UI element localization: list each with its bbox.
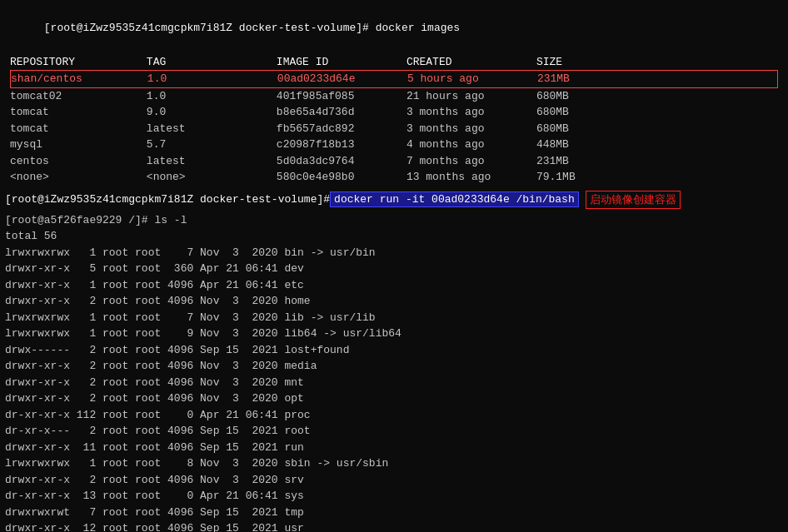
ls-row: lrwxrwxrwx 1 root root 9 Nov 3 2020 lib6… — [5, 326, 783, 342]
ls-row: drwxr-xr-x 2 root root 4096 Nov 3 2020 s… — [5, 472, 783, 489]
prompt-line-3: [root@a5f26fae9229 /]# ls -l — [5, 212, 783, 229]
table-row: tomcat 9.0 b8e65a4d736d 3 months ago 680… — [10, 104, 778, 121]
ls-row: drwxr-xr-x 1 root root 4096 Apr 21 06:41… — [5, 277, 783, 294]
ls-row: drwxr-xr-x 12 root root 4096 Sep 15 2021… — [5, 520, 783, 532]
prompt-line-1: [root@iZwz9535z41cmgcpkm7i81Z docker-tes… — [5, 3, 783, 52]
table-row: centos latest 5d0da3dc9764 7 months ago … — [10, 153, 778, 170]
ls-row: drwxr-xr-x 2 root root 4096 Nov 3 2020 o… — [5, 390, 783, 407]
ls-row: drwx------ 2 root root 4096 Sep 15 2021 … — [5, 342, 783, 359]
ls-row: lrwxrwxrwx 1 root root 7 Nov 3 2020 bin … — [5, 245, 783, 261]
docker-images-section: [root@iZwz9535z41cmgcpkm7i81Z docker-tes… — [0, 0, 788, 189]
table-row: shan/centos 1.0 00ad0233d64e 5 hours ago… — [10, 70, 778, 88]
table-row: mysql 5.7 c20987f18b13 4 months ago 448M… — [10, 137, 778, 153]
table-rows: shan/centos 1.0 00ad0233d64e 5 hours ago… — [10, 70, 778, 186]
terminal-window: [root@iZwz9535z41cmgcpkm7i81Z docker-tes… — [0, 0, 788, 532]
table-row: <none> <none> 580c0e4e98b0 13 months ago… — [10, 169, 778, 186]
ls-output-section: [root@a5f26fae9229 /]# ls -l total 56 lr… — [0, 211, 788, 533]
annotation-create-container: 启动镜像创建容器 — [586, 191, 681, 209]
ls-total: total 56 — [5, 228, 783, 245]
docker-run-cmd: docker run -it 00ad0233d64e /bin/bash — [330, 191, 579, 207]
ls-row: drwxr-xr-x 2 root root 4096 Nov 3 2020 h… — [5, 293, 783, 310]
prompt-text-1: [root@iZwz9535z41cmgcpkm7i81Z docker-tes… — [44, 22, 460, 34]
ls-row: drwxr-xr-x 2 root root 4096 Nov 3 2020 m… — [5, 375, 783, 391]
table-row: tomcat02 1.0 401f985af085 21 hours ago 6… — [10, 88, 778, 105]
ls-row: dr-xr-xr-x 13 root root 0 Apr 21 06:41 s… — [5, 488, 783, 505]
image-table: REPOSITORY TAG IMAGE ID CREATED SIZE sha… — [5, 52, 783, 187]
ls-row: drwxr-xr-x 2 root root 4096 Nov 3 2020 m… — [5, 358, 783, 375]
ls-rows: lrwxrwxrwx 1 root root 7 Nov 3 2020 bin … — [5, 245, 783, 533]
ls-row: drwxr-xr-x 5 root root 360 Apr 21 06:41 … — [5, 261, 783, 277]
ls-row: drwxr-xr-x 11 root root 4096 Sep 15 2021… — [5, 440, 783, 456]
ls-row: drwxrwxrwt 7 root root 4096 Sep 15 2021 … — [5, 505, 783, 521]
prompt-prefix-2: [root@iZwz9535z41cmgcpkm7i81Z docker-tes… — [5, 193, 330, 206]
ls-row: lrwxrwxrwx 1 root root 8 Nov 3 2020 sbin… — [5, 455, 783, 472]
ls-row: dr-xr-xr-x 112 root root 0 Apr 21 06:41 … — [5, 407, 783, 424]
table-row: tomcat latest fb5657adc892 3 months ago … — [10, 121, 778, 137]
ls-row: dr-xr-x--- 2 root root 4096 Sep 15 2021 … — [5, 423, 783, 440]
ls-row: lrwxrwxrwx 1 root root 7 Nov 3 2020 lib … — [5, 310, 783, 326]
docker-run-line: [root@iZwz9535z41cmgcpkm7i81Z docker-tes… — [0, 189, 788, 211]
table-header: REPOSITORY TAG IMAGE ID CREATED SIZE — [10, 54, 778, 71]
